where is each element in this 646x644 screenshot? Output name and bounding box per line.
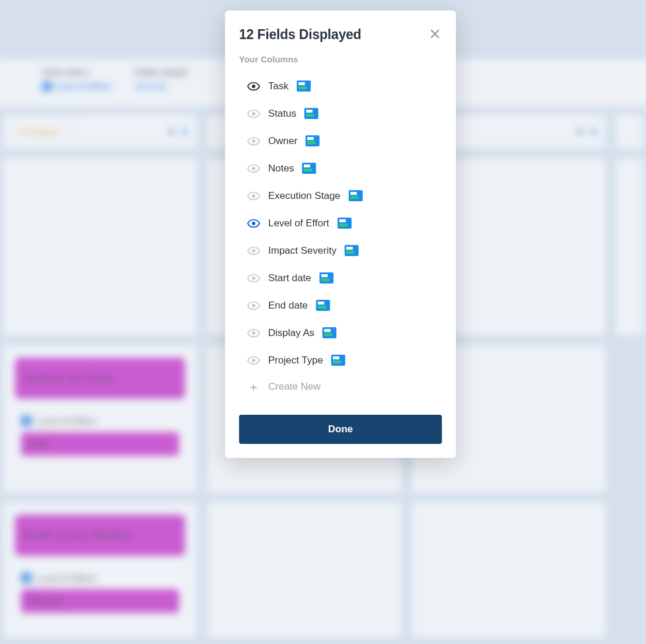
field-label: Level of Effort [268, 218, 329, 229]
visibility-eye-icon[interactable] [247, 162, 260, 175]
field-type-icon [306, 135, 320, 146]
svg-point-5 [252, 221, 255, 225]
field-label: Task [268, 80, 289, 92]
field-label: Start date [268, 272, 311, 284]
field-type-icon [297, 80, 311, 92]
field-type-icon [302, 163, 316, 174]
field-list: Task Status Owner Notes Execution Stage … [239, 72, 442, 400]
visibility-eye-icon[interactable] [247, 135, 260, 148]
fields-displayed-modal: 12 Fields Displayed Your Columns Task St… [225, 10, 456, 458]
field-type-icon [316, 300, 330, 311]
visibility-eye-icon[interactable] [247, 244, 260, 257]
field-row[interactable]: Level of Effort [247, 209, 442, 237]
field-type-icon [322, 327, 336, 338]
svg-point-4 [252, 194, 255, 197]
visibility-eye-icon[interactable] [247, 272, 260, 285]
done-button[interactable]: Done [239, 415, 442, 444]
create-new-label: Create New [268, 381, 321, 393]
field-label: Execution Stage [268, 190, 340, 202]
svg-point-7 [252, 276, 255, 279]
field-label: Owner [268, 135, 297, 147]
visibility-eye-icon[interactable] [247, 80, 260, 93]
svg-point-0 [252, 84, 255, 88]
field-row[interactable]: Status [247, 100, 442, 127]
plus-icon: ＋ [247, 379, 260, 395]
field-type-icon [345, 245, 359, 256]
close-icon [430, 29, 440, 38]
visibility-eye-icon[interactable] [247, 354, 260, 367]
field-row[interactable]: Impact Severity [247, 237, 442, 264]
svg-point-2 [252, 139, 255, 142]
visibility-eye-icon[interactable] [247, 217, 260, 230]
field-row[interactable]: Start date [247, 264, 442, 292]
field-label: Display As [268, 327, 314, 339]
field-label: Impact Severity [268, 245, 336, 257]
field-type-icon [304, 108, 318, 119]
field-row[interactable]: Display As [247, 319, 442, 346]
svg-point-10 [252, 358, 255, 362]
close-button[interactable] [427, 26, 443, 42]
field-type-icon [331, 355, 345, 366]
svg-point-6 [252, 249, 255, 252]
svg-point-9 [252, 331, 255, 334]
create-new-field[interactable]: ＋Create New [247, 374, 442, 400]
svg-point-3 [252, 166, 255, 170]
field-label: Notes [268, 163, 294, 174]
field-row[interactable]: Task [247, 72, 442, 100]
field-label: Status [268, 108, 296, 120]
field-type-icon [338, 218, 352, 229]
section-label: Your Columns [239, 54, 442, 64]
field-row[interactable]: Owner [247, 127, 442, 155]
modal-title: 12 Fields Displayed [239, 27, 361, 43]
visibility-eye-icon[interactable] [247, 327, 260, 340]
modal-header: 12 Fields Displayed [239, 27, 442, 43]
field-label: End date [268, 300, 308, 312]
visibility-eye-icon[interactable] [247, 107, 260, 120]
visibility-eye-icon[interactable] [247, 299, 260, 312]
field-row[interactable]: Project Type [247, 346, 442, 374]
field-row[interactable]: End date [247, 292, 442, 319]
field-row[interactable]: Notes [247, 155, 442, 182]
field-type-icon [320, 272, 333, 284]
svg-point-8 [252, 303, 255, 307]
visibility-eye-icon[interactable] [247, 190, 260, 202]
field-label: Project Type [268, 355, 323, 366]
field-type-icon [349, 190, 363, 201]
field-row[interactable]: Execution Stage [247, 182, 442, 209]
svg-point-1 [252, 111, 255, 115]
